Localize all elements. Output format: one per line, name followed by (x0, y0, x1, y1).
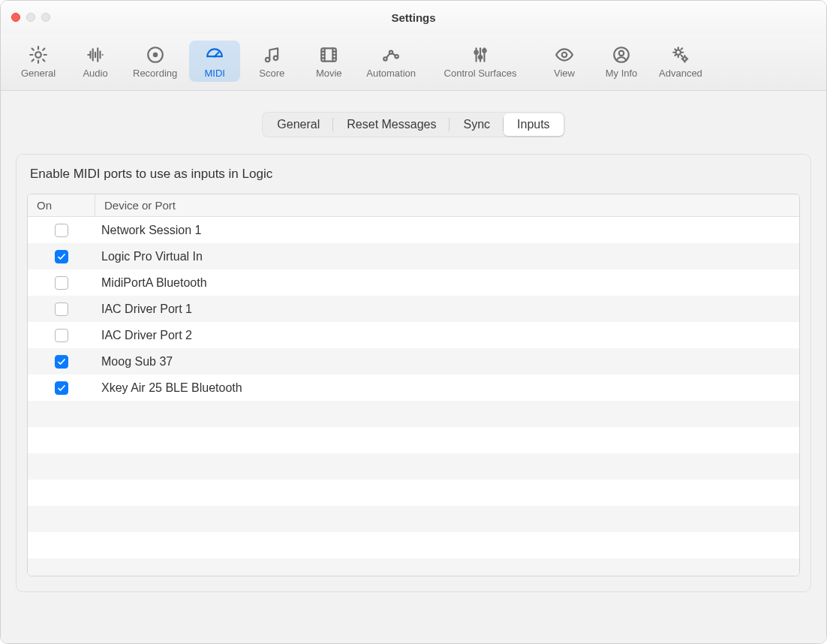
table-row[interactable]: MidiPortA Bluetooth (28, 269, 799, 296)
eye-icon (553, 44, 576, 66)
toolbar-item-label: Control Surfaces (444, 68, 517, 79)
toolbar-item-audio[interactable]: Audio (70, 41, 121, 82)
gear-icon (27, 44, 50, 66)
toolbar-item-label: General (21, 68, 56, 79)
toolbar-item-advanced[interactable]: Advanced (653, 41, 708, 82)
cell-on (28, 224, 95, 237)
midi-ports-table: On Device or Port Network Session 1Logic… (27, 194, 800, 576)
enable-checkbox[interactable] (55, 381, 68, 395)
toolbar-item-label: Advanced (659, 68, 702, 79)
cell-device-label: IAC Driver Port 2 (95, 329, 799, 342)
toolbar-item-score[interactable]: Score (246, 41, 297, 82)
window-title: Settings (1, 11, 826, 24)
cell-device-label: Xkey Air 25 BLE Bluetooth (95, 381, 799, 395)
enable-checkbox[interactable] (55, 302, 68, 316)
settings-content: GeneralReset MessagesSyncInputs Enable M… (1, 91, 826, 643)
enable-checkbox[interactable] (55, 224, 68, 237)
toolbar-item-general[interactable]: General (13, 41, 64, 82)
cell-on (28, 329, 95, 342)
table-row-empty (28, 506, 799, 532)
cell-on (28, 302, 95, 316)
cell-on (28, 381, 95, 395)
toolbar-item-label: View (554, 68, 575, 79)
toolbar-item-label: MIDI (205, 68, 225, 79)
column-header-on[interactable]: On (28, 194, 95, 216)
toolbar-item-automation[interactable]: Automation (360, 41, 422, 82)
notes-icon (260, 44, 283, 66)
panel-description: Enable MIDI ports to use as inputs in Lo… (30, 167, 800, 182)
automation-icon (380, 44, 402, 66)
table-row[interactable]: Moog Sub 37 (28, 348, 799, 375)
table-row[interactable]: IAC Driver Port 2 (28, 322, 799, 348)
svg-point-25 (562, 53, 567, 58)
toolbar-item-label: Score (259, 68, 284, 79)
svg-point-0 (35, 52, 41, 58)
table-row-empty (28, 401, 799, 427)
table-header: On Device or Port (28, 194, 799, 217)
toolbar-item-label: Audio (83, 68, 107, 79)
settings-toolbar: GeneralAudioRecordingMIDIScoreMovieAutom… (1, 34, 826, 91)
window-titlebar: Settings (1, 1, 826, 34)
cell-on (28, 250, 95, 263)
toolbar-item-label: Automation (366, 68, 416, 79)
film-icon (317, 44, 340, 66)
midi-settings-segmented-control[interactable]: GeneralReset MessagesSyncInputs (262, 112, 564, 137)
cell-device-label: Logic Pro Virtual In (95, 250, 799, 263)
toolbar-item-midi[interactable]: MIDI (189, 41, 240, 82)
cell-device-label: MidiPortA Bluetooth (95, 276, 799, 290)
toolbar-item-label: Movie (316, 68, 342, 79)
table-row[interactable]: Xkey Air 25 BLE Bluetooth (28, 375, 799, 401)
enable-checkbox[interactable] (55, 329, 68, 342)
cell-on (28, 355, 95, 369)
table-row[interactable]: Logic Pro Virtual In (28, 243, 799, 269)
cell-device-label: Network Session 1 (95, 224, 799, 237)
segment-sync[interactable]: Sync (450, 113, 504, 136)
table-row[interactable]: IAC Driver Port 1 (28, 296, 799, 322)
toolbar-item-label: Recording (133, 68, 177, 79)
toolbar-item-recording[interactable]: Recording (127, 41, 183, 82)
sliders-icon (469, 44, 492, 66)
segment-general[interactable]: General (263, 113, 333, 136)
toolbar-item-movie[interactable]: Movie (303, 41, 354, 82)
table-row-empty (28, 558, 799, 576)
enable-checkbox[interactable] (55, 355, 68, 369)
waveform-icon (84, 44, 107, 66)
table-row-empty (28, 532, 799, 558)
cell-device-label: IAC Driver Port 1 (95, 302, 799, 316)
user-circle-icon (610, 44, 633, 66)
svg-point-27 (619, 51, 624, 56)
table-body: Network Session 1Logic Pro Virtual InMid… (28, 217, 799, 576)
toolbar-item-label: My Info (606, 68, 638, 79)
column-header-device[interactable]: Device or Port (95, 194, 799, 216)
midi-inputs-panel: Enable MIDI ports to use as inputs in Lo… (16, 154, 811, 592)
toolbar-item-view[interactable]: View (539, 41, 590, 82)
table-row[interactable]: Network Session 1 (28, 217, 799, 243)
toolbar-item-controlsurfaces[interactable]: Control Surfaces (428, 41, 533, 82)
table-row-empty (28, 480, 799, 506)
cell-on (28, 276, 95, 290)
toolbar-item-myinfo[interactable]: My Info (596, 41, 647, 82)
enable-checkbox[interactable] (55, 276, 68, 290)
table-row-empty (28, 427, 799, 453)
gauge-icon (203, 44, 226, 66)
segment-inputs[interactable]: Inputs (504, 113, 564, 136)
gears-icon (669, 44, 692, 66)
enable-checkbox[interactable] (55, 250, 68, 263)
cell-device-label: Moog Sub 37 (95, 355, 799, 369)
svg-point-2 (152, 53, 158, 58)
table-row-empty (28, 453, 799, 480)
record-icon (144, 44, 167, 66)
segment-reset-messages[interactable]: Reset Messages (333, 113, 450, 136)
